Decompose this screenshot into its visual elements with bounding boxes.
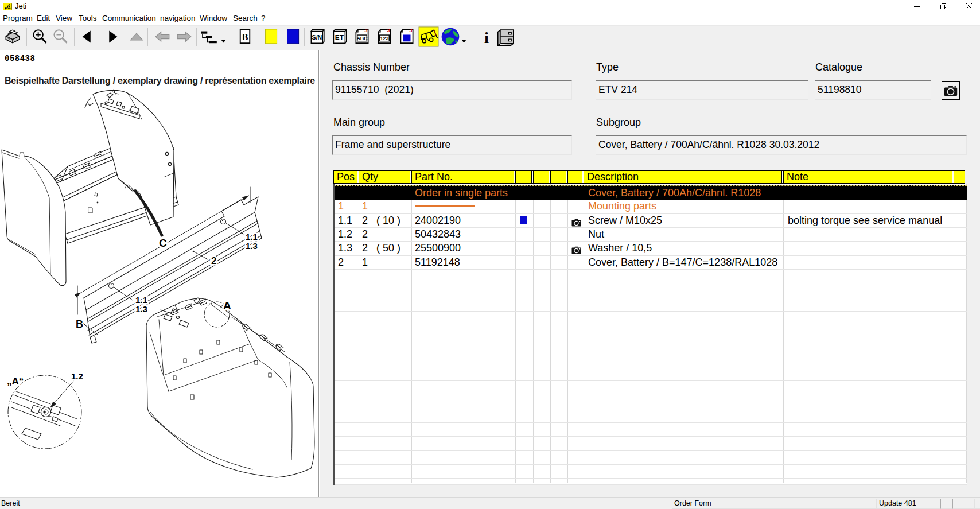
menu-communication[interactable]: Communication — [102, 14, 156, 22]
minimize-button[interactable] — [905, 0, 928, 13]
menu-view[interactable]: View — [56, 14, 72, 22]
type-field[interactable]: ETV 214 — [596, 80, 808, 100]
page-forward-button[interactable] — [104, 29, 120, 45]
tree-view-dropdown-caret[interactable] — [221, 35, 226, 38]
table-gridline-horizontal — [335, 464, 967, 465]
forklift-catalog-button[interactable] — [421, 29, 437, 45]
table-gridline-horizontal — [335, 283, 967, 283]
svg-text:S/N: S/N — [312, 34, 322, 41]
drawing-label: 1.1 — [135, 295, 147, 305]
page-back-button[interactable] — [80, 29, 96, 45]
subgroup-field[interactable]: Cover, Battery / 700Ah/C/ähnl. R1028 30.… — [596, 135, 967, 155]
column-header-part[interactable]: Part No. — [411, 171, 514, 183]
table-gridline-horizontal — [335, 367, 967, 367]
menu-navigation[interactable]: navigation — [160, 14, 196, 22]
info-button[interactable]: i — [479, 29, 495, 45]
toolbar-separator — [26, 28, 27, 46]
abc-index-button[interactable]: 3 ABC — [354, 29, 370, 45]
table-row-part[interactable]: 1.12( 10 )24002190 Screw / M10x25bolting… — [335, 213, 967, 227]
cell-part-no: 24002190 — [415, 213, 461, 227]
close-icon — [966, 3, 973, 10]
cell-description: Cover, Battery / 700Ah/C/ähnl. R1028 — [588, 186, 761, 200]
catalogue-field[interactable]: 51198810 — [815, 80, 931, 100]
arrow-right-icon — [176, 29, 192, 45]
abc-page-icon: 3 ABC — [354, 29, 370, 45]
blue-marker-button[interactable] — [285, 29, 301, 45]
cell-pack-qty: ( 10 ) — [376, 213, 400, 227]
cell-description: Cover, Battery / B=147/C=1238/RAL1028 — [588, 255, 777, 269]
cell-pack-qty: ( 50 ) — [376, 241, 400, 255]
column-header-blank[interactable] — [567, 171, 582, 183]
column-header-blank[interactable] — [550, 171, 566, 183]
photo-button[interactable] — [942, 81, 960, 100]
maximize-button[interactable] — [932, 0, 955, 13]
cell-pos: 1 — [338, 199, 344, 213]
table-row-order-header[interactable]: Order in single partsCover, Battery / 70… — [335, 185, 967, 200]
table-gridline-horizontal — [335, 339, 967, 339]
drawing-label: 1.1 — [246, 232, 258, 242]
table-gridline-horizontal — [335, 478, 967, 479]
svg-text:3: 3 — [387, 28, 390, 33]
cabinet-icon — [497, 28, 516, 45]
archive-button[interactable] — [499, 29, 515, 45]
window-title: Jeti — [15, 2, 26, 10]
tree-icon — [201, 29, 219, 45]
title-bar: Jeti — [0, 0, 980, 13]
toolbar-separator — [122, 28, 122, 46]
b-document-button[interactable]: B — [237, 29, 253, 45]
yellow-marker-button[interactable] — [263, 29, 279, 45]
printer-icon — [5, 29, 21, 45]
image-index-button[interactable]: 3 — [399, 29, 415, 45]
menu-tools[interactable]: Tools — [79, 14, 97, 22]
column-header-note[interactable]: Note — [783, 171, 952, 183]
status-ready: Bereit — [1, 499, 20, 507]
table-row-part[interactable]: 1.2250432843Nut — [335, 227, 967, 241]
cell-note: bolting torque see service manual — [788, 213, 942, 227]
menu-program[interactable]: Program — [3, 14, 33, 22]
column-header-desc[interactable]: Description — [584, 171, 782, 183]
table-row-part[interactable]: 2151192148Cover, Battery / B=147/C=1238/… — [335, 255, 967, 269]
column-header-blank[interactable] — [515, 171, 532, 183]
menu-search[interactable]: Search — [233, 14, 258, 22]
restore-icon — [940, 3, 947, 10]
table-bottom-border — [335, 484, 967, 485]
column-header-qty[interactable]: Qty — [359, 171, 410, 183]
cell-order-label: Order in single parts — [415, 186, 508, 200]
status-segment-update-481: Update 481 — [877, 499, 940, 509]
cell-qty: 2 — [362, 227, 368, 241]
image-page-icon: 3 — [399, 29, 415, 45]
close-button[interactable] — [958, 0, 980, 13]
catalogue-label: Catalogue — [815, 61, 862, 73]
exploded-drawing: C21.11.31.11.3BA„A“1.2 — [0, 50, 318, 497]
numeric-index-button[interactable]: 3 123 — [376, 29, 392, 45]
language-globe-button[interactable] — [442, 29, 458, 45]
chassis-number-field[interactable]: 91155710 (2021) — [332, 80, 572, 100]
et-book-button[interactable]: ET — [332, 29, 348, 45]
history-forward-button — [176, 29, 192, 45]
zoom-in-button[interactable] — [32, 29, 48, 45]
triangle-right-icon — [104, 29, 120, 45]
table-gridline-horizontal — [335, 409, 967, 409]
menu-window[interactable]: Window — [200, 14, 227, 22]
drawing-label: C — [159, 237, 167, 249]
main-group-field[interactable]: Frame and superstructure — [332, 135, 572, 155]
table-gridline-horizontal — [335, 311, 967, 312]
serial-number-button[interactable]: S/N — [309, 29, 325, 45]
menu-edit[interactable]: Edit — [37, 14, 50, 22]
svg-text:ABC: ABC — [356, 36, 368, 41]
table-row-part[interactable]: 1.32( 50 )25500900 Washer / 10,5 — [335, 241, 967, 255]
language-globe-dropdown-caret[interactable] — [461, 35, 466, 38]
drawing-label: 1.3 — [135, 304, 147, 314]
table-row-part[interactable]: 11Mounting parts — [335, 199, 967, 213]
tree-view-button[interactable] — [202, 29, 218, 45]
print-button[interactable] — [5, 29, 21, 45]
camera-icon — [944, 86, 958, 96]
part-no-dash — [415, 205, 475, 207]
cell-qty: 2 — [362, 241, 368, 255]
column-header-blank[interactable] — [533, 171, 549, 183]
table-gridline-horizontal — [335, 380, 967, 381]
menu-help[interactable]: ? — [261, 14, 266, 22]
column-header-blank[interactable] — [954, 171, 965, 183]
et-book-icon: ET — [332, 29, 348, 45]
column-header-pos[interactable]: Pos — [333, 171, 357, 183]
